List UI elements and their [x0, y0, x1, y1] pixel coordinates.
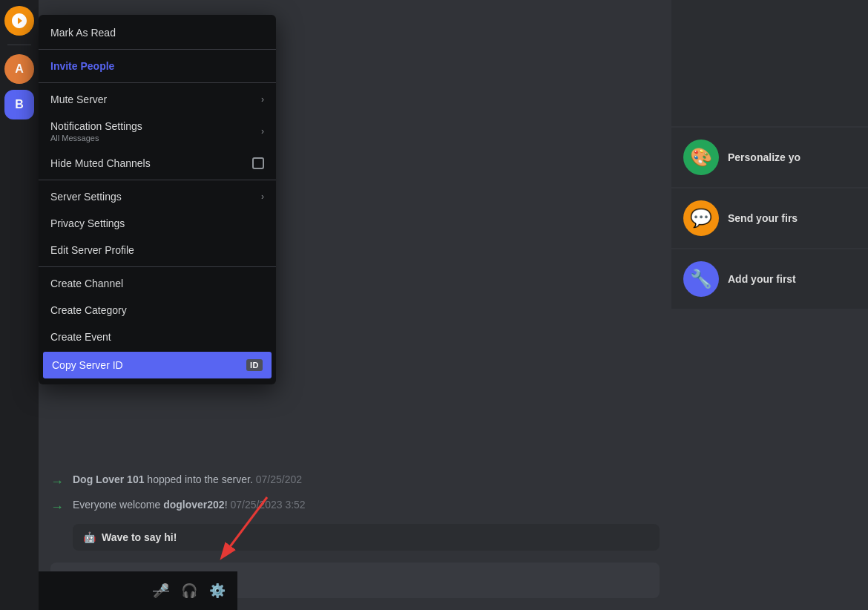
- id-badge: ID: [246, 359, 263, 371]
- menu-label-server-settings: Server Settings: [50, 191, 122, 203]
- card-send-first[interactable]: 💬 Send your firs: [671, 188, 868, 248]
- card-icon-send: 💬: [683, 200, 719, 236]
- mute-icon[interactable]: 🎤: [153, 583, 169, 599]
- menu-item-hide-muted[interactable]: Hide Muted Channels: [39, 150, 276, 177]
- server-icon-1[interactable]: A: [4, 54, 34, 84]
- headphone-icon[interactable]: 🎧: [181, 583, 197, 599]
- server-icon-0[interactable]: [4, 6, 34, 36]
- menu-label-privacy: Privacy Settings: [50, 217, 125, 229]
- menu-item-create-event[interactable]: Create Event: [39, 324, 276, 350]
- menu-item-mark-as-read[interactable]: Mark As Read: [39, 19, 276, 46]
- settings-icon[interactable]: ⚙️: [209, 583, 226, 599]
- menu-item-create-category[interactable]: Create Category: [39, 297, 276, 324]
- menu-item-notification-settings[interactable]: Notification Settings All Messages ›: [39, 113, 276, 150]
- divider-2: [39, 82, 276, 83]
- wave-emoji: 🤖: [83, 531, 96, 543]
- divider-3: [39, 180, 276, 180]
- arrow-icon-1: →: [50, 474, 64, 490]
- divider-4: [39, 266, 276, 267]
- menu-item-privacy-settings[interactable]: Privacy Settings: [39, 210, 276, 237]
- checkbox-hide-muted[interactable]: [252, 157, 264, 169]
- right-panel: 🎨 Personalize yo 💬 Send your firs 🔧 Add …: [671, 0, 868, 610]
- wave-button-label: Wave to say hi!: [102, 531, 177, 543]
- menu-item-create-channel[interactable]: Create Channel: [39, 270, 276, 297]
- top-card-empty: [671, 0, 868, 126]
- server-strip: A B: [0, 0, 39, 610]
- menu-item-invite-people[interactable]: Invite People: [39, 53, 276, 79]
- menu-item-copy-server-id[interactable]: Copy Server ID ID: [43, 352, 272, 378]
- context-menu: Mark As Read Invite People Mute Server ›…: [39, 15, 276, 384]
- bottom-toolbar: 🎤 🎧 ⚙️: [39, 571, 237, 610]
- card-add-first[interactable]: 🔧 Add your first: [671, 249, 868, 309]
- menu-label-copy-server-id: Copy Server ID: [52, 359, 123, 371]
- card-text-send: Send your firs: [728, 212, 798, 224]
- menu-item-mute-server[interactable]: Mute Server ›: [39, 86, 276, 113]
- chevron-icon-server-settings: ›: [261, 191, 264, 202]
- message-text-1: Dog Lover 101 hopped into the server. 07…: [73, 473, 302, 485]
- menu-item-edit-profile[interactable]: Edit Server Profile: [39, 237, 276, 263]
- card-icon-personalize: 🎨: [683, 140, 719, 175]
- message-text-2: Everyone welcome doglover202! 07/25/2023…: [73, 499, 306, 511]
- card-icon-add: 🔧: [683, 261, 719, 297]
- system-message-1: → Dog Lover 101 hopped into the server. …: [50, 470, 660, 493]
- wave-button[interactable]: 🤖 Wave to say hi!: [73, 524, 660, 551]
- menu-label-invite: Invite People: [50, 60, 114, 72]
- menu-label-create-category: Create Category: [50, 304, 127, 316]
- notification-subtitle: All Messages: [50, 134, 142, 142]
- arrow-icon-2: →: [50, 499, 64, 515]
- menu-label-create-channel: Create Channel: [50, 278, 123, 289]
- card-text-personalize: Personalize yo: [728, 151, 800, 163]
- card-personalize[interactable]: 🎨 Personalize yo: [671, 128, 868, 187]
- chevron-icon-mute: ›: [261, 94, 264, 105]
- menu-label-notification: Notification Settings: [50, 120, 142, 132]
- menu-label-mark-as-read: Mark As Read: [50, 27, 116, 39]
- notification-label-group: Notification Settings All Messages: [50, 120, 142, 142]
- menu-label-edit-profile: Edit Server Profile: [50, 244, 134, 256]
- server-icon-2[interactable]: B: [4, 90, 34, 119]
- menu-label-hide-muted: Hide Muted Channels: [50, 157, 151, 169]
- menu-label-create-event: Create Event: [50, 331, 111, 343]
- card-text-add: Add your first: [728, 273, 796, 285]
- divider: [7, 45, 31, 45]
- system-message-2: → Everyone welcome doglover202! 07/25/20…: [50, 496, 660, 518]
- menu-label-mute: Mute Server: [50, 94, 107, 105]
- divider-1: [39, 49, 276, 50]
- chevron-icon-notification: ›: [261, 126, 264, 137]
- menu-item-server-settings[interactable]: Server Settings ›: [39, 183, 276, 210]
